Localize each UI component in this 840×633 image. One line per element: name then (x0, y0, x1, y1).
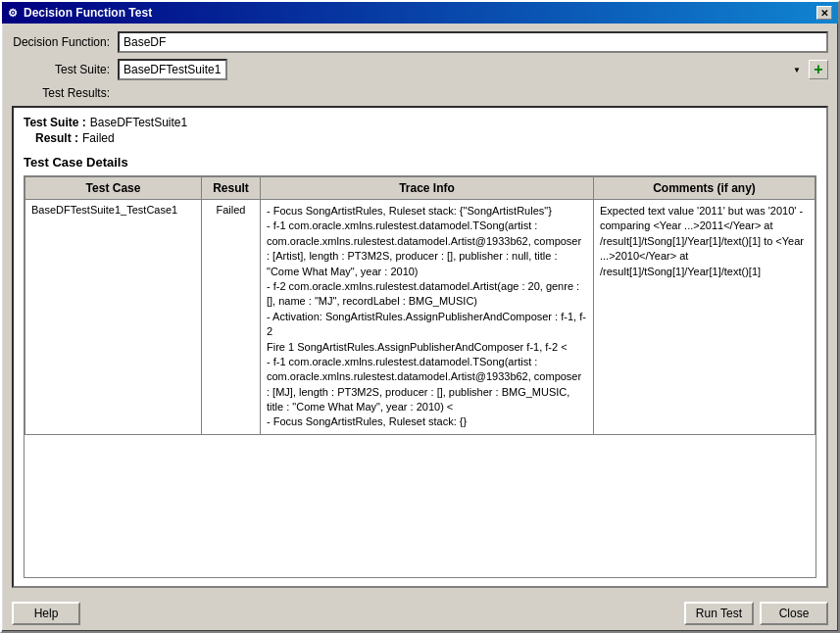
footer-right: Run Test Close (684, 602, 828, 625)
title-icon: ⚙ (8, 7, 18, 20)
details-title: Test Case Details (24, 155, 816, 170)
table-body: BaseDFTestSuite1_TestCase1 Failed - Focu… (25, 200, 815, 435)
close-button[interactable]: Close (760, 602, 828, 625)
table-header: Test Case Result Trace Info Comments (if… (25, 177, 815, 200)
test-suite-label: Test Suite: (12, 63, 110, 76)
footer: Help Run Test Close (2, 596, 838, 631)
add-test-suite-button[interactable]: + (809, 60, 828, 79)
test-suite-select-wrapper: BaseDFTestSuite1 (118, 59, 805, 80)
results-header: Test Suite : BaseDFTestSuite1 Result : F… (24, 116, 816, 145)
test-results-row: Test Results: (12, 86, 828, 100)
test-suite-select-container: BaseDFTestSuite1 + (118, 59, 828, 80)
cell-comments: Expected text value '2011' but was '2010… (594, 200, 815, 435)
table-row: BaseDFTestSuite1_TestCase1 Failed - Focu… (25, 200, 815, 435)
cell-testcase: BaseDFTestSuite1_TestCase1 (25, 200, 202, 435)
results-panel: Test Suite : BaseDFTestSuite1 Result : F… (12, 106, 828, 588)
close-title-button[interactable]: ✕ (816, 6, 832, 20)
result-label: Result : (24, 131, 78, 145)
cell-trace: - Focus SongArtistRules, Ruleset stack: … (261, 200, 594, 435)
window-title: Decision Function Test (24, 6, 152, 20)
main-window: ⚙ Decision Function Test ✕ Decision Func… (0, 0, 840, 633)
content-area: Decision Function: Test Suite: BaseDFTes… (2, 24, 838, 596)
result-row: Result : Failed (24, 131, 816, 145)
cell-result: Failed (202, 200, 261, 435)
test-results-label: Test Results: (12, 86, 110, 100)
test-suite-result-row: Test Suite : BaseDFTestSuite1 (24, 116, 816, 129)
test-suite-select[interactable]: BaseDFTestSuite1 (118, 59, 227, 80)
results-table: Test Case Result Trace Info Comments (if… (25, 176, 815, 435)
decision-function-input[interactable] (118, 31, 828, 53)
help-button[interactable]: Help (12, 602, 80, 625)
ts-value: BaseDFTestSuite1 (90, 116, 187, 129)
header-testcase: Test Case (25, 177, 202, 200)
ts-label: Test Suite : (24, 116, 86, 129)
run-test-button[interactable]: Run Test (684, 602, 754, 625)
test-suite-row: Test Suite: BaseDFTestSuite1 + (12, 59, 828, 80)
results-table-container[interactable]: Test Case Result Trace Info Comments (if… (24, 175, 816, 578)
header-comments: Comments (if any) (594, 177, 815, 200)
title-bar-text: ⚙ Decision Function Test (8, 6, 152, 20)
header-trace: Trace Info (261, 177, 594, 200)
result-value: Failed (82, 131, 115, 145)
decision-function-row: Decision Function: (12, 31, 828, 53)
header-result: Result (202, 177, 261, 200)
title-bar: ⚙ Decision Function Test ✕ (2, 2, 838, 24)
decision-function-label: Decision Function: (12, 35, 110, 49)
